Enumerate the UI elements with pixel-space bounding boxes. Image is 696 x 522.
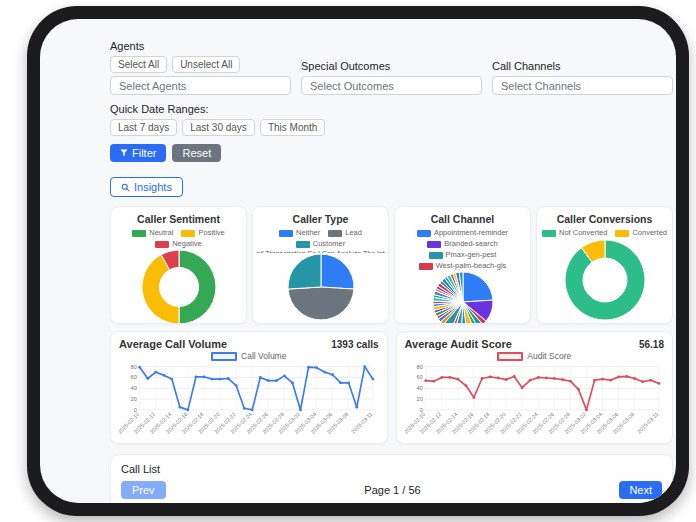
data-point[interactable] xyxy=(187,408,190,411)
data-point[interactable] xyxy=(170,378,173,381)
audit-score-title: Average Audit Score xyxy=(405,338,512,350)
data-point[interactable] xyxy=(432,380,435,383)
data-point[interactable] xyxy=(203,375,206,378)
last-30-days-button[interactable]: Last 30 days xyxy=(182,119,255,136)
data-point[interactable] xyxy=(577,388,580,391)
legend-item[interactable]: Negative xyxy=(155,239,202,249)
this-month-button[interactable]: This Month xyxy=(260,119,325,136)
data-point[interactable] xyxy=(275,379,278,382)
legend-item[interactable]: Converted xyxy=(615,228,667,238)
data-point[interactable] xyxy=(560,378,563,381)
reset-button[interactable]: Reset xyxy=(172,144,221,162)
data-point[interactable] xyxy=(625,375,628,378)
legend-item[interactable]: Call Volume xyxy=(241,351,286,361)
legend-item[interactable]: Appointment-reminder xyxy=(417,228,508,238)
select-agents-input[interactable] xyxy=(110,76,291,95)
data-point[interactable] xyxy=(154,371,157,374)
legend-item[interactable]: Audit Score xyxy=(527,351,571,361)
data-point[interactable] xyxy=(552,377,555,380)
data-point[interactable] xyxy=(339,381,342,384)
next-page-button[interactable]: Next xyxy=(619,481,662,499)
data-point[interactable] xyxy=(496,377,499,380)
data-point[interactable] xyxy=(528,379,531,382)
data-point[interactable] xyxy=(307,366,310,369)
legend-swatch xyxy=(279,230,293,237)
legend-item[interactable]: Customer xyxy=(296,239,346,249)
legend-item[interactable]: Lead xyxy=(328,228,362,238)
legend-item[interactable]: Not Converted xyxy=(542,228,607,238)
legend-item[interactable]: Positive xyxy=(181,228,224,238)
data-point[interactable] xyxy=(371,378,374,381)
select-all-button[interactable]: Select All xyxy=(110,56,167,73)
data-point[interactable] xyxy=(520,386,523,389)
data-point[interactable] xyxy=(227,377,230,380)
pie-slice[interactable] xyxy=(179,250,216,324)
data-point[interactable] xyxy=(259,376,262,379)
legend-item[interactable]: West-palm-beach-gls xyxy=(419,261,507,271)
pie-slice[interactable] xyxy=(463,272,493,302)
data-point[interactable] xyxy=(267,379,270,382)
data-point[interactable] xyxy=(235,384,238,387)
data-point[interactable] xyxy=(146,377,149,380)
data-point[interactable] xyxy=(251,408,254,411)
data-point[interactable] xyxy=(291,381,294,384)
legend-item[interactable]: Branded-search xyxy=(427,239,497,249)
caller-type-pie xyxy=(287,253,355,321)
data-point[interactable] xyxy=(219,378,222,381)
data-point[interactable] xyxy=(323,371,326,374)
pie-slice[interactable] xyxy=(321,254,354,289)
data-point[interactable] xyxy=(363,365,366,368)
pie-slice[interactable] xyxy=(288,287,354,320)
data-point[interactable] xyxy=(464,384,467,387)
data-point[interactable] xyxy=(617,375,620,378)
svg-text:20: 20 xyxy=(416,396,422,402)
data-point[interactable] xyxy=(536,376,539,379)
data-point[interactable] xyxy=(544,377,547,380)
unselect-all-button[interactable]: Unselect All xyxy=(172,56,240,73)
data-point[interactable] xyxy=(331,373,334,376)
data-point[interactable] xyxy=(480,377,483,380)
data-point[interactable] xyxy=(299,408,302,411)
svg-text:80: 80 xyxy=(131,364,137,370)
pie-slice[interactable] xyxy=(288,254,321,289)
prev-page-button[interactable]: Prev xyxy=(121,481,166,499)
data-point[interactable] xyxy=(456,378,459,381)
data-point[interactable] xyxy=(504,378,507,381)
data-point[interactable] xyxy=(355,406,358,409)
data-point[interactable] xyxy=(585,408,588,411)
caller-sentiment-title: Caller Sentiment xyxy=(137,213,220,225)
insights-button[interactable]: Insights xyxy=(110,177,183,197)
last-7-days-button[interactable]: Last 7 days xyxy=(110,119,177,136)
data-point[interactable] xyxy=(195,375,198,378)
data-point[interactable] xyxy=(633,377,636,380)
select-outcomes-input[interactable] xyxy=(301,76,482,95)
data-point[interactable] xyxy=(472,396,475,399)
data-point[interactable] xyxy=(448,376,451,379)
data-point[interactable] xyxy=(211,378,214,381)
filter-button[interactable]: Filter xyxy=(110,144,166,162)
select-channels-input[interactable] xyxy=(492,76,673,95)
data-point[interactable] xyxy=(609,379,612,382)
data-point[interactable] xyxy=(347,381,350,384)
data-point[interactable] xyxy=(424,379,427,382)
data-point[interactable] xyxy=(641,380,644,383)
legend-item[interactable]: Pmax-gen-pest xyxy=(429,250,497,260)
data-point[interactable] xyxy=(162,374,165,377)
data-point[interactable] xyxy=(440,376,443,379)
series-line[interactable] xyxy=(425,376,658,409)
data-point[interactable] xyxy=(243,407,246,410)
data-point[interactable] xyxy=(179,406,182,409)
data-point[interactable] xyxy=(601,378,604,381)
data-point[interactable] xyxy=(138,366,141,369)
data-point[interactable] xyxy=(568,380,571,383)
legend-item[interactable]: Neither xyxy=(279,228,320,238)
data-point[interactable] xyxy=(283,374,286,377)
legend-item[interactable]: Neutral xyxy=(132,228,173,238)
data-point[interactable] xyxy=(593,379,596,382)
data-point[interactable] xyxy=(315,366,318,369)
data-point[interactable] xyxy=(657,382,660,385)
data-point[interactable] xyxy=(488,375,491,378)
legend-swatch xyxy=(211,352,237,361)
data-point[interactable] xyxy=(512,375,515,378)
data-point[interactable] xyxy=(649,379,652,382)
